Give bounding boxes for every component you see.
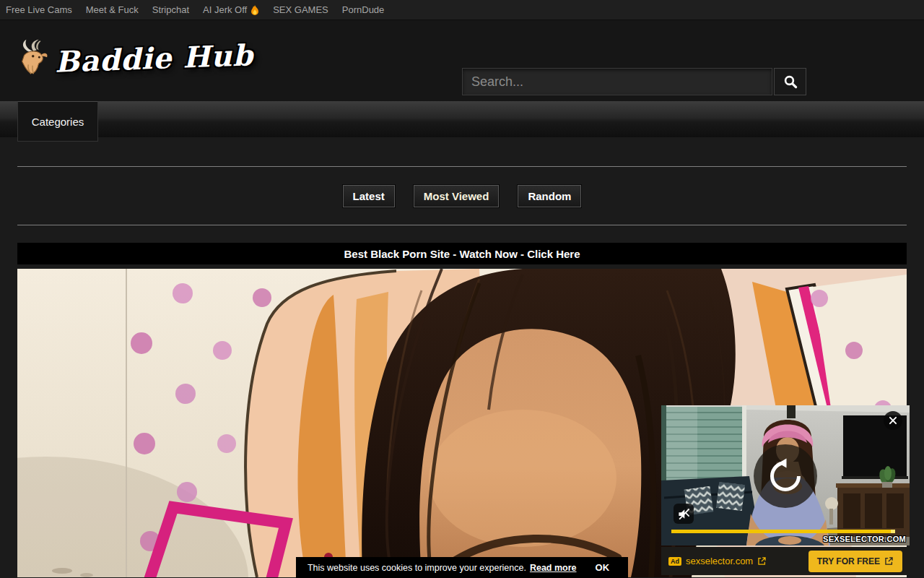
- external-link-icon: [757, 556, 767, 566]
- mute-button[interactable]: [674, 504, 694, 524]
- text-ad-banner[interactable]: Best Black Porn Site - Watch Now - Click…: [17, 243, 907, 264]
- goat-logo-icon: [16, 38, 49, 78]
- divider: [17, 225, 907, 225]
- replay-icon: [767, 458, 803, 494]
- topbar-link-sex-games[interactable]: SEX GAMES: [273, 4, 328, 15]
- ad-watermark: SEXSELECTOR.COM: [823, 535, 906, 543]
- topbar-link-meet-and-fuck[interactable]: Meet & Fuck: [86, 4, 139, 15]
- top-links-bar: Free Live Cams Meet & Fuck Stripchat AI …: [0, 0, 924, 20]
- topbar-link-label: Stripchat: [152, 4, 189, 15]
- external-link-icon: [884, 556, 894, 566]
- topbar-link-ai-jerk-off[interactable]: AI Jerk Off: [203, 4, 259, 15]
- site-logo[interactable]: Baddie Hub: [16, 38, 253, 78]
- search-input[interactable]: [462, 68, 772, 95]
- cookie-message: This website uses cookies to improve you…: [308, 563, 526, 573]
- divider: [17, 166, 907, 167]
- cta-label: TRY FOR FREE: [817, 556, 880, 566]
- search-bar: [462, 68, 806, 95]
- tab-latest[interactable]: Latest: [343, 185, 395, 207]
- main-nav: Categories: [0, 101, 924, 137]
- try-for-free-button[interactable]: TRY FOR FREE: [808, 551, 902, 572]
- topbar-link-label: SEX GAMES: [273, 4, 328, 15]
- topbar-link-stripchat[interactable]: Stripchat: [152, 4, 189, 15]
- ad-footer-bar: Ad sexselector.com TRY FOR FREE: [661, 547, 910, 575]
- topbar-link-porndude[interactable]: PornDude: [342, 4, 385, 15]
- brand-title: Baddie Hub: [54, 38, 254, 79]
- cookie-ok-button[interactable]: OK: [588, 559, 617, 576]
- topbar-link-label: PornDude: [342, 4, 385, 15]
- video-ad-player[interactable]: SEXSELECTOR.COM: [661, 405, 910, 545]
- muted-speaker-icon: [677, 507, 691, 521]
- topbar-link-label: Meet & Fuck: [86, 4, 139, 15]
- site-header: Baddie Hub: [0, 20, 924, 101]
- tab-random[interactable]: Random: [518, 185, 581, 207]
- cookie-read-more-link[interactable]: Read more: [530, 563, 577, 573]
- ad-close-button[interactable]: [884, 411, 902, 430]
- banner-text: Best Black Porn Site - Watch Now - Click…: [344, 248, 580, 260]
- topbar-link-label: AI Jerk Off: [203, 4, 247, 15]
- sort-tabs: Latest Most Viewed Random: [17, 185, 907, 207]
- ad-attribution: Ad sexselector.com: [668, 556, 767, 566]
- categories-label: Categories: [32, 116, 84, 128]
- fire-icon: [250, 5, 259, 15]
- search-icon: [783, 74, 798, 89]
- close-icon: [888, 415, 898, 426]
- replay-button[interactable]: [754, 444, 817, 508]
- ad-progress-bar[interactable]: [671, 530, 895, 533]
- ad-domain-link[interactable]: sexselector.com: [686, 556, 753, 566]
- categories-tab[interactable]: Categories: [17, 101, 98, 142]
- ad-badge: Ad: [668, 557, 681, 566]
- search-button[interactable]: [774, 68, 806, 95]
- topbar-link-label: Free Live Cams: [6, 4, 72, 15]
- topbar-link-free-live-cams[interactable]: Free Live Cams: [6, 4, 72, 15]
- cookie-bar: This website uses cookies to improve you…: [296, 557, 628, 578]
- tab-most-viewed[interactable]: Most Viewed: [414, 185, 500, 207]
